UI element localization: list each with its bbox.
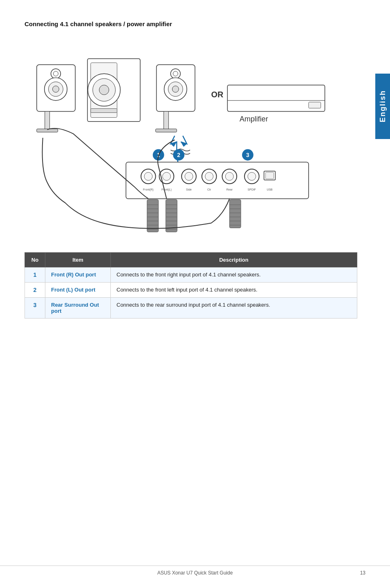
col-header-description: Description <box>111 253 357 267</box>
main-content: Connecting 4.1 channel speakers / power … <box>0 0 390 343</box>
svg-text:2: 2 <box>177 152 180 158</box>
subwoofer <box>87 58 140 121</box>
cell-no: 3 <box>25 298 45 319</box>
diagram-svg: OR Amplifier <box>25 40 357 240</box>
svg-text:3: 3 <box>246 152 249 158</box>
svg-rect-11 <box>91 109 117 113</box>
svg-point-14 <box>173 71 178 76</box>
table-row: 3 Rear Surround Out port Connects to the… <box>25 298 357 319</box>
svg-point-35 <box>144 172 152 180</box>
svg-text:Front(R): Front(R) <box>143 188 154 191</box>
table-row: 2 Front (L) Out port Connects to the fro… <box>25 283 357 298</box>
page-number: 13 <box>360 570 365 576</box>
page-footer: ASUS Xonar U7 Quick Start Guide 13 <box>0 566 390 576</box>
svg-rect-63 <box>166 200 177 232</box>
right-speaker <box>157 65 195 111</box>
info-table: No Item Description 1 Front (R) Out port… <box>25 252 357 319</box>
cell-no: 1 <box>25 267 45 283</box>
cell-item: Front (L) Out port <box>45 283 111 298</box>
page-title: Connecting 4.1 channel speakers / power … <box>25 20 357 27</box>
svg-text:Rear: Rear <box>226 188 233 191</box>
svg-rect-21 <box>45 112 50 130</box>
svg-text:Side: Side <box>186 188 192 191</box>
svg-rect-24 <box>156 129 177 132</box>
svg-rect-20 <box>309 102 321 108</box>
amplifier-label: Amplifier <box>240 115 268 123</box>
svg-rect-71 <box>229 200 241 228</box>
svg-text:SPDIF: SPDIF <box>248 188 256 191</box>
cell-description: Connects to the front right input port o… <box>111 267 357 283</box>
svg-point-17 <box>172 86 179 92</box>
svg-rect-53 <box>266 172 274 179</box>
svg-point-2 <box>53 71 58 76</box>
amplifier-diagram <box>227 85 325 112</box>
svg-point-38 <box>163 172 171 180</box>
sound-card: 1 2 3 Front(R) Front(L) <box>126 149 309 199</box>
left-speaker <box>37 65 75 111</box>
table-row: 1 Front (R) Out port Connects to the fro… <box>25 267 357 283</box>
svg-text:USB: USB <box>267 188 273 191</box>
svg-text:Front(L): Front(L) <box>161 188 172 191</box>
cell-no: 2 <box>25 283 45 298</box>
svg-point-10 <box>99 85 109 95</box>
cell-item: Rear Surround Out port <box>45 298 111 319</box>
svg-point-41 <box>185 172 193 180</box>
cable-2 <box>166 200 177 232</box>
col-header-no: No <box>25 253 45 267</box>
language-tab: English <box>375 74 390 139</box>
cell-description: Connects to the front left input port of… <box>111 283 357 298</box>
cell-item: Front (R) Out port <box>45 267 111 283</box>
table-header-row: No Item Description <box>25 253 357 267</box>
svg-text:Ctr: Ctr <box>207 188 211 191</box>
language-label: English <box>379 90 387 122</box>
cell-description: Connects to the rear surround input port… <box>111 298 357 319</box>
footer-text: ASUS Xonar U7 Quick Start Guide <box>0 570 390 576</box>
svg-point-47 <box>225 172 233 180</box>
svg-rect-23 <box>164 112 168 130</box>
diagram-area: OR Amplifier <box>25 40 357 240</box>
cable-1 <box>147 200 159 232</box>
svg-point-5 <box>52 86 59 92</box>
col-header-item: Item <box>45 253 111 267</box>
svg-rect-55 <box>147 200 159 232</box>
cable-3 <box>229 200 241 228</box>
or-text: OR <box>211 90 224 99</box>
svg-point-50 <box>248 172 256 180</box>
svg-point-44 <box>205 172 213 180</box>
